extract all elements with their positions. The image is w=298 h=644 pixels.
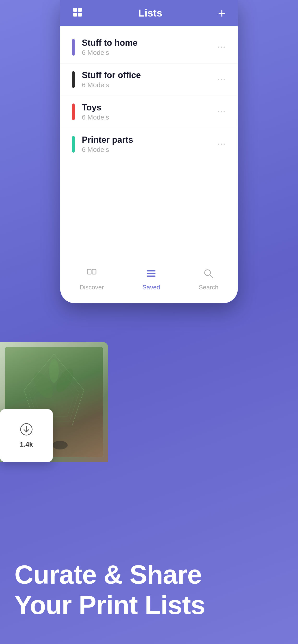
list-item-text: Stuff to home 6 Models	[82, 38, 218, 56]
svg-rect-6	[147, 270, 156, 272]
download-count: 1.4k	[20, 440, 33, 448]
more-options-button[interactable]: ···	[218, 76, 226, 84]
list-item-name: Toys	[82, 102, 218, 112]
saved-icon	[146, 268, 157, 281]
list-item[interactable]: Toys 6 Models ···	[60, 96, 238, 128]
svg-rect-0	[73, 8, 77, 12]
list-item-text: Printer parts 6 Models	[82, 135, 218, 154]
nav-label-search: Search	[199, 284, 218, 291]
list-container: Stuff to home 6 Models ··· Stuff for off…	[60, 26, 238, 165]
list-item-subtitle: 6 Models	[82, 49, 218, 56]
list-item-name: Stuff for office	[82, 70, 218, 80]
svg-rect-7	[147, 273, 156, 274]
nav-item-saved[interactable]: Saved	[142, 268, 160, 291]
menu-icon[interactable]	[72, 7, 83, 20]
headline-area: Curate & Share Your Print Lists	[14, 560, 284, 620]
top-bar: Lists +	[60, 0, 238, 26]
svg-rect-8	[147, 276, 156, 277]
empty-area	[60, 165, 238, 261]
list-item-name: Printer parts	[82, 135, 218, 145]
headline-line1: Curate & Share	[14, 560, 284, 590]
headline-line2: Your Print Lists	[14, 590, 284, 620]
list-item-subtitle: 6 Models	[82, 81, 218, 89]
more-options-button[interactable]: ···	[218, 140, 226, 148]
list-color-indicator	[72, 39, 75, 56]
list-item-subtitle: 6 Models	[82, 146, 218, 154]
list-color-indicator	[72, 71, 75, 88]
svg-rect-3	[78, 13, 82, 16]
download-icon	[20, 423, 33, 439]
svg-line-10	[210, 275, 213, 278]
svg-point-19	[52, 441, 68, 450]
nav-label-saved: Saved	[142, 284, 160, 291]
more-options-button[interactable]: ···	[218, 108, 226, 116]
more-options-button[interactable]: ···	[218, 43, 226, 51]
list-item-text: Stuff for office 6 Models	[82, 70, 218, 89]
add-list-button[interactable]: +	[218, 6, 226, 20]
list-item-name: Stuff to home	[82, 38, 218, 48]
list-color-indicator	[72, 136, 75, 152]
svg-rect-2	[73, 13, 77, 16]
list-item-text: Toys 6 Models	[82, 102, 218, 121]
list-item[interactable]: Stuff to home 6 Models ···	[60, 31, 238, 63]
list-color-indicator	[72, 104, 75, 120]
bottom-navigation: Discover Saved Search	[60, 261, 238, 303]
nav-item-discover[interactable]: Discover	[79, 268, 104, 291]
svg-rect-4	[87, 269, 91, 274]
discover-icon	[86, 268, 97, 281]
list-item[interactable]: Stuff for office 6 Models ···	[60, 63, 238, 96]
search-icon	[203, 268, 214, 281]
svg-point-16	[49, 359, 59, 383]
page-title: Lists	[138, 8, 163, 19]
nav-label-discover: Discover	[79, 284, 104, 291]
download-card: 1.4k	[0, 409, 53, 462]
nav-item-search[interactable]: Search	[199, 268, 218, 291]
svg-rect-5	[92, 269, 96, 274]
list-item[interactable]: Printer parts 6 Models ···	[60, 128, 238, 160]
phone-mockup: Lists + Stuff to home 6 Models ··· Stuff…	[60, 0, 238, 303]
list-item-subtitle: 6 Models	[82, 114, 218, 121]
svg-rect-1	[78, 8, 82, 12]
